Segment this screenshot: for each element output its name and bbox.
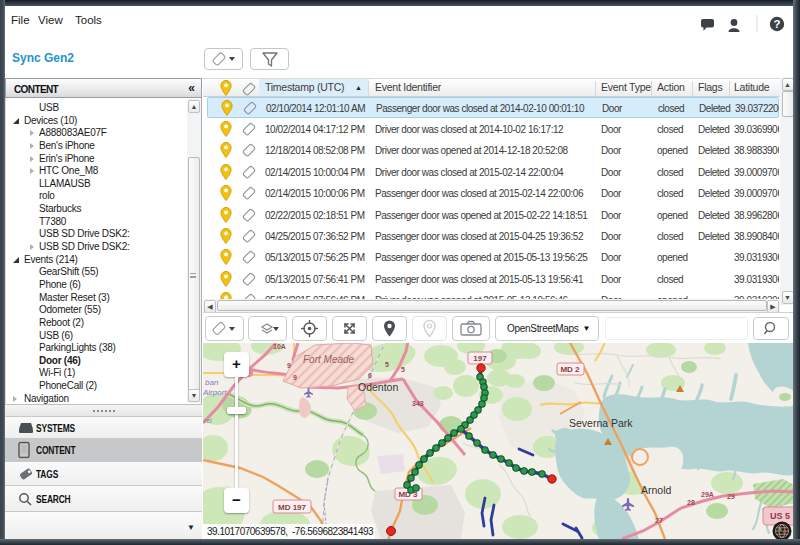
- svg-text:10A: 10A: [273, 343, 286, 350]
- svg-text:MD 2: MD 2: [560, 365, 580, 374]
- svg-text:rel: rel: [204, 417, 212, 424]
- svg-text:ban: ban: [205, 378, 219, 387]
- svg-text:5: 5: [385, 361, 389, 368]
- svg-text:Severna Park: Severna Park: [569, 417, 633, 429]
- svg-text:9: 9: [287, 362, 291, 369]
- svg-text:6: 6: [368, 372, 372, 379]
- svg-text:343: 343: [412, 400, 424, 407]
- svg-text:29A: 29A: [701, 491, 714, 498]
- svg-text:5: 5: [401, 366, 405, 373]
- svg-text:Arnold: Arnold: [641, 484, 672, 496]
- svg-text:MD 197: MD 197: [278, 503, 307, 512]
- svg-text:Fort Meade: Fort Meade: [303, 354, 355, 365]
- svg-text:29: 29: [727, 493, 735, 500]
- svg-text:197: 197: [473, 354, 487, 363]
- svg-text:9: 9: [293, 374, 297, 381]
- svg-text:?: ?: [773, 18, 780, 30]
- svg-text:Airport: Airport: [203, 388, 227, 397]
- svg-text:Odenton: Odenton: [358, 381, 398, 393]
- svg-text:US 5: US 5: [770, 511, 790, 521]
- svg-text:27: 27: [655, 517, 663, 524]
- svg-text:28: 28: [687, 499, 695, 506]
